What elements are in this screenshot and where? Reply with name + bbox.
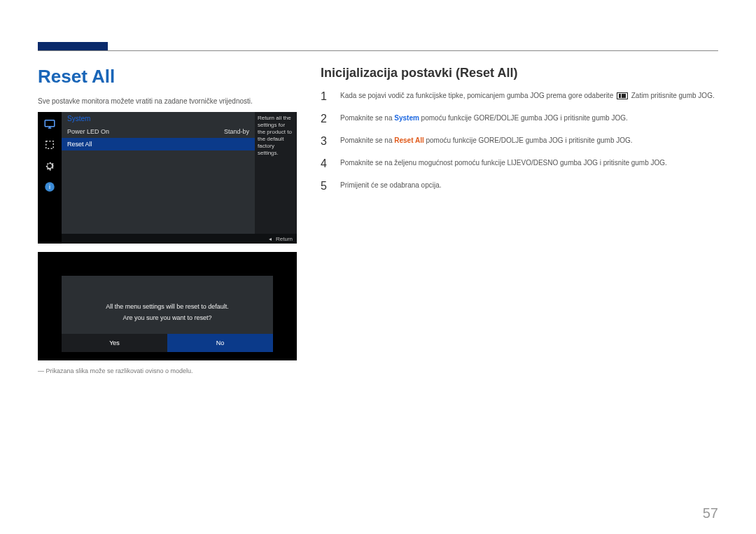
osd-footer: ◂ Return <box>62 234 297 244</box>
step-number: 1 <box>321 90 330 103</box>
page-title: Reset All <box>38 66 297 87</box>
osd-menu-row: Reset All <box>62 138 255 150</box>
header-rule <box>38 50 718 51</box>
step: 1Kada se pojavi vodič za funkcijske tipk… <box>321 90 718 103</box>
step-highlight: System <box>394 114 419 122</box>
step-text: Kada se pojavi vodič za funkcijske tipke… <box>340 90 718 101</box>
confirm-dialog-screenshot: All the menu settings will be reset to d… <box>38 252 297 360</box>
square-target-icon <box>42 137 57 153</box>
model-disclaimer: ― Prikazana slika može se razlikovati ov… <box>38 367 297 374</box>
step-text: Pomaknite se na System pomoću funkcije G… <box>340 113 718 123</box>
osd-body: System Power LED OnStand-byReset All <box>62 112 255 234</box>
left-column: Reset All Sve postavke monitora možete v… <box>38 66 297 374</box>
step: 5Primijenit će se odabrana opcija. <box>321 180 718 192</box>
osd-row-label: Reset All <box>67 141 92 148</box>
page-subtitle: Sve postavke monitora možete vratiti na … <box>38 97 297 105</box>
osd-screenshot: i System Power LED OnStand-byReset All R… <box>38 112 297 244</box>
osd-menu-header: System <box>62 112 255 125</box>
step: 3Pomaknite se na Reset All pomoću funkci… <box>321 135 718 148</box>
step: 4Pomaknite se na željenu mogućnost pomoć… <box>321 157 718 170</box>
step-text: Pomaknite se na željenu mogućnost pomoću… <box>340 157 718 168</box>
step-highlight: Reset All <box>394 136 424 144</box>
section-heading: Inicijalizacija postavki (Reset All) <box>321 66 718 80</box>
osd-footer-label: Return <box>276 236 293 242</box>
osd-sidebar: i <box>38 112 62 244</box>
menu-icon <box>617 92 628 99</box>
return-arrow-icon: ◂ <box>269 236 272 242</box>
step-text: Pomaknite se na Reset All pomoću funkcij… <box>340 135 718 146</box>
dialog-line2: Are you sure you want to reset? <box>122 314 211 321</box>
dialog-no-button: No <box>167 334 273 352</box>
monitor-icon <box>42 116 57 132</box>
step: 2Pomaknite se na System pomoću funkcije … <box>321 113 718 125</box>
osd-description: Return all the settings for the product … <box>255 112 297 234</box>
page-number: 57 <box>703 505 718 521</box>
svg-rect-0 <box>45 120 55 127</box>
step-text: Primijenit će se odabrana opcija. <box>340 180 718 190</box>
dialog-line1: All the menu settings will be reset to d… <box>106 303 229 310</box>
osd-row-label: Power LED On <box>67 128 109 135</box>
step-number: 5 <box>321 180 330 192</box>
osd-row-value: Stand-by <box>224 128 249 135</box>
osd-menu-row: Power LED OnStand-by <box>62 125 255 138</box>
step-number: 3 <box>321 135 330 148</box>
info-icon: i <box>42 179 57 195</box>
step-number: 2 <box>321 113 330 125</box>
right-column: Inicijalizacija postavki (Reset All) 1Ka… <box>321 66 718 374</box>
svg-rect-1 <box>46 141 54 149</box>
header-accent-bar <box>38 42 108 50</box>
dialog-yes-button: Yes <box>62 334 167 352</box>
step-number: 4 <box>321 157 330 170</box>
svg-text:i: i <box>49 183 50 190</box>
gear-icon <box>42 158 57 174</box>
steps-list: 1Kada se pojavi vodič za funkcijske tipk… <box>321 90 718 192</box>
